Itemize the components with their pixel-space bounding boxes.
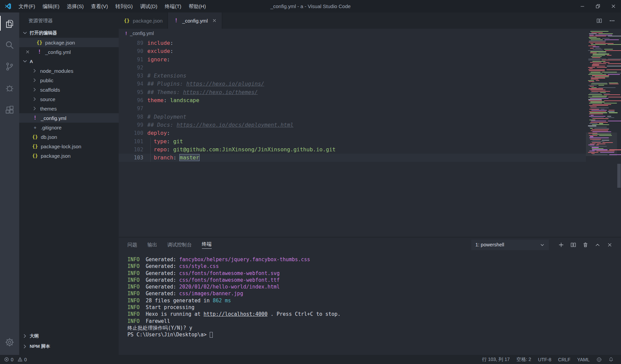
- breadcrumb[interactable]: ! _config.yml: [119, 29, 586, 38]
- menu-item-6[interactable]: 终端(T): [161, 0, 185, 12]
- minimap-line: [598, 53, 607, 53]
- minimap-line: [591, 72, 600, 72]
- minimize-button[interactable]: [574, 0, 590, 12]
- tab-package.json[interactable]: {}package.json: [119, 12, 168, 29]
- chevron-right-icon: [32, 96, 38, 102]
- terminal-segment: INFO: [127, 304, 140, 310]
- open-editor-item[interactable]: !_config.yml: [19, 47, 119, 57]
- menu-item-7[interactable]: 帮助(H): [185, 0, 210, 12]
- tree-file-.gitignore[interactable]: ◆.gitignore: [19, 123, 119, 132]
- error-circle-icon: [4, 357, 9, 362]
- tree-file-package-lock.json[interactable]: {}package-lock.json: [19, 142, 119, 151]
- terminal-segment: . Press Ctrl+C to stop.: [267, 311, 341, 317]
- close-tab-button[interactable]: [212, 18, 217, 23]
- editor-scrollbar[interactable]: [617, 29, 621, 237]
- line-number: 91: [119, 56, 143, 64]
- yaml-file-icon: !: [32, 115, 38, 121]
- restore-button[interactable]: [590, 0, 605, 12]
- menu-item-1[interactable]: 编辑(E): [39, 0, 63, 12]
- section-folder-header[interactable]: A: [19, 57, 119, 66]
- menu-item-0[interactable]: 文件(F): [15, 0, 39, 12]
- status-item-4[interactable]: YAML: [574, 357, 593, 362]
- menu-item-5[interactable]: 调试(D): [137, 0, 161, 12]
- activity-explorer-button[interactable]: [0, 12, 19, 34]
- line-content: ## Docs: https://hexo.io/docs/deployment…: [147, 121, 293, 129]
- terminal-line: INFO Generated: css/fonts/fontawesome-we…: [127, 270, 621, 277]
- activity-search-button[interactable]: [0, 34, 19, 56]
- minimap-line: [588, 46, 595, 46]
- tree-file-package.json[interactable]: {}package.json: [19, 151, 119, 160]
- status-smiley-button[interactable]: [593, 357, 605, 362]
- smiley-icon: [596, 357, 602, 362]
- status-item-1[interactable]: 空格: 2: [513, 357, 535, 363]
- menu-item-4[interactable]: 转到(G): [112, 0, 137, 12]
- section-open-editors-header[interactable]: 打开的编辑器: [19, 28, 119, 38]
- status-item-2[interactable]: UTF-8: [535, 357, 555, 362]
- minimap[interactable]: [586, 29, 617, 237]
- activity-source-control-button[interactable]: [0, 56, 19, 77]
- chevron-right-icon: [22, 333, 28, 339]
- open-editor-item[interactable]: {}package.json: [19, 38, 119, 47]
- minimap-line: [593, 47, 599, 47]
- terminal-line: INFO Start processing: [127, 304, 621, 311]
- minimap-line: [591, 115, 594, 116]
- close-editor-slot[interactable]: [25, 50, 36, 54]
- close-icon: [611, 4, 616, 9]
- tree-folder-node_modules[interactable]: node_modules: [19, 66, 119, 75]
- terminal-segment: INFO: [127, 318, 140, 324]
- status-item-0[interactable]: 行 103, 列 17: [479, 357, 513, 363]
- tree-folder-scaffolds[interactable]: scaffolds: [19, 85, 119, 94]
- activity-debug-button[interactable]: [0, 77, 19, 99]
- tab-_config.yml[interactable]: !_config.yml: [168, 12, 222, 29]
- split-terminal-button[interactable]: [567, 240, 579, 250]
- tree-file-_config.yml[interactable]: !_config.yml: [19, 113, 119, 123]
- tree-folder-themes[interactable]: themes: [19, 104, 119, 113]
- status-error-circle[interactable]: 0: [4, 357, 13, 362]
- section-bottom-1[interactable]: NPM 脚本: [19, 341, 119, 352]
- minimap-line: [590, 122, 608, 123]
- menu-item-2[interactable]: 选择(S): [63, 0, 87, 12]
- code-line-90: 90exclude:: [119, 47, 586, 55]
- status-bell-button[interactable]: [605, 357, 617, 362]
- terminal-shell-select[interactable]: 1: powershell: [471, 240, 549, 250]
- line-number: 102: [119, 146, 143, 154]
- minimap-line: [602, 72, 617, 72]
- terminal-output[interactable]: INFO Generated: fancybox/helpers/jquery.…: [119, 252, 621, 338]
- scrollbar-thumb[interactable]: [617, 164, 621, 188]
- panel-tab-输出[interactable]: 输出: [147, 237, 157, 252]
- tree-file-db.json[interactable]: {}db.json: [19, 132, 119, 142]
- code-segment: :: [167, 130, 170, 136]
- minimap-line: [602, 142, 613, 143]
- more-actions-button[interactable]: [607, 16, 617, 26]
- activity-extensions-button[interactable]: [0, 99, 19, 120]
- tab-label: _config.yml: [182, 18, 208, 24]
- tree-folder-public[interactable]: public: [19, 75, 119, 85]
- tree-folder-source[interactable]: source: [19, 94, 119, 104]
- section-bottom-0[interactable]: 大纲: [19, 331, 119, 341]
- menu-item-3[interactable]: 查看(V): [87, 0, 112, 12]
- minimap-line: [588, 125, 596, 126]
- minimap-line: [589, 135, 597, 136]
- status-item-3[interactable]: CRLF: [555, 357, 574, 362]
- close-panel-button[interactable]: [603, 240, 616, 250]
- status-warning-triangle[interactable]: 0: [18, 357, 27, 362]
- code-editor[interactable]: 89include:90exclude:91ignore:9293# Exten…: [119, 38, 586, 237]
- close-small-icon[interactable]: [25, 50, 30, 54]
- line-content: # Extensions: [147, 72, 186, 80]
- new-terminal-button[interactable]: [555, 240, 567, 250]
- kill-terminal-button[interactable]: [579, 240, 591, 250]
- line-content: exclude:: [147, 47, 173, 55]
- activity-settings-gear-button[interactable]: [0, 331, 19, 353]
- terminal-line: INFO Generated: css/style.css: [127, 263, 621, 270]
- minimap-line: [589, 42, 605, 42]
- minimap-line: [589, 38, 600, 39]
- panel-tab-调试控制台[interactable]: 调试控制台: [167, 237, 192, 252]
- maximize-panel-button[interactable]: [591, 240, 603, 250]
- close-window-button[interactable]: [605, 0, 621, 12]
- panel-tab-终端[interactable]: 终端: [202, 237, 212, 252]
- status-label: UTF-8: [538, 357, 552, 362]
- split-editor-button[interactable]: [594, 16, 604, 26]
- panel-tab-问题[interactable]: 问题: [127, 237, 137, 252]
- minimap-line: [604, 103, 617, 103]
- minimap-line: [591, 110, 607, 111]
